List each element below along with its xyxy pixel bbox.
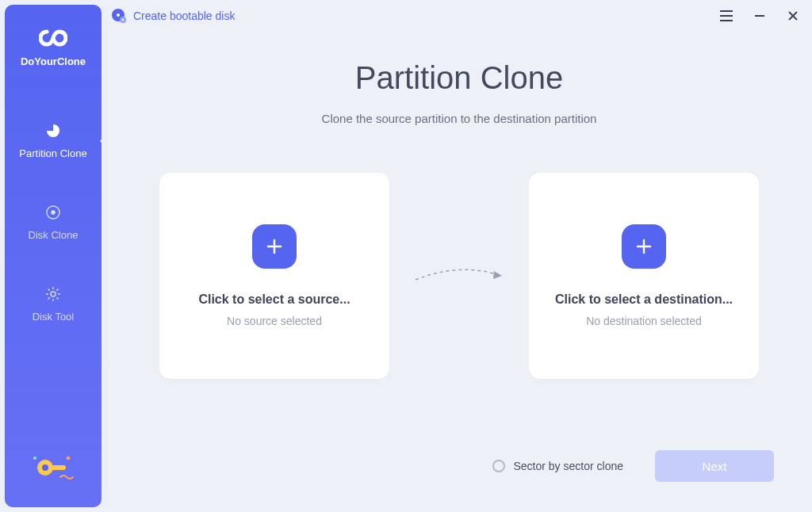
minimize-icon[interactable] <box>752 8 768 24</box>
svg-point-2 <box>51 292 56 296</box>
sidebar-item-disk-tool[interactable]: Disk Tool <box>5 274 102 334</box>
create-bootable-disk-link[interactable]: Create bootable disk <box>111 8 235 24</box>
bootable-link-label: Create bootable disk <box>133 10 235 22</box>
radio-icon <box>492 460 505 472</box>
sector-option-label: Sector by sector clone <box>513 460 623 472</box>
plus-icon <box>252 224 297 269</box>
svg-point-4 <box>42 464 48 471</box>
cards-row: Click to select a source... No source se… <box>138 173 780 379</box>
source-card-title: Click to select a source... <box>198 292 350 307</box>
sidebar-item-label: Partition Clone <box>19 147 86 159</box>
arrow-icon <box>412 264 507 288</box>
svg-point-6 <box>33 457 36 460</box>
sidebar: DoYourClone Partition Clone Disk Clone D… <box>5 5 102 507</box>
source-card-subtitle: No source selected <box>227 315 322 327</box>
disk-icon <box>111 8 127 24</box>
disk-scan-icon <box>44 204 62 221</box>
page-subtitle: Clone the source partition to the destin… <box>322 112 597 125</box>
app-logo-icon <box>39 29 67 48</box>
close-icon[interactable] <box>785 8 801 24</box>
gear-icon <box>44 285 62 303</box>
pie-chart-icon <box>44 122 62 139</box>
app-name: DoYourClone <box>21 55 86 67</box>
sidebar-item-label: Disk Clone <box>29 229 79 241</box>
menu-icon[interactable] <box>718 8 734 24</box>
window-controls <box>718 8 801 24</box>
main-content: Partition Clone Clone the source partiti… <box>106 55 812 512</box>
destination-card-subtitle: No destination selected <box>586 315 702 327</box>
source-card[interactable]: Click to select a source... No source se… <box>159 173 389 379</box>
svg-rect-5 <box>52 465 66 470</box>
plus-icon <box>622 224 666 269</box>
topbar: Create bootable disk <box>106 0 812 32</box>
sidebar-promo-icon[interactable] <box>30 453 76 485</box>
logo-section: DoYourClone <box>21 29 86 67</box>
destination-card-title: Click to select a destination... <box>555 292 733 307</box>
footer-row: Sector by sector clone Next <box>106 450 812 482</box>
destination-card[interactable]: Click to select a destination... No dest… <box>529 173 759 379</box>
sector-by-sector-option[interactable]: Sector by sector clone <box>492 460 623 472</box>
next-button[interactable]: Next <box>655 450 774 482</box>
sidebar-item-partition-clone[interactable]: Partition Clone <box>5 111 102 170</box>
svg-point-1 <box>52 211 55 214</box>
svg-point-8 <box>117 13 120 17</box>
sidebar-item-disk-clone[interactable]: Disk Clone <box>5 193 102 252</box>
sidebar-item-label: Disk Tool <box>33 311 75 323</box>
page-title: Partition Clone <box>355 60 563 96</box>
